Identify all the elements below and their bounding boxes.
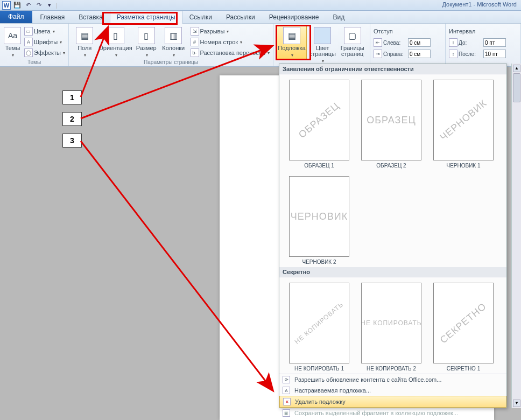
thumb-nocopy-2[interactable]: НЕ КОПИРОВАТЬНЕ КОПИРОВАТЬ 2	[359, 283, 424, 372]
quick-access-toolbar: W 💾 ↶ ↷ ▾ |	[2, 1, 58, 10]
space-before-icon: ↕	[449, 38, 457, 47]
indent-left-icon: ⇤	[374, 38, 382, 47]
orientation-icon: ▯	[107, 27, 124, 44]
space-after-input[interactable]	[483, 50, 506, 58]
scroll-down-icon[interactable]: ▼	[513, 400, 520, 407]
size-icon: ▯	[138, 27, 155, 44]
watermark-icon: ▤	[283, 27, 300, 44]
thumb-draft-1[interactable]: ЧЕРНОВИКЧЕРНОВИК 1	[431, 80, 496, 169]
space-after-icon: ↕	[449, 50, 457, 58]
window-title: Документ1 - Microsoft Word	[442, 1, 517, 8]
undo-icon[interactable]: ↶	[24, 1, 32, 10]
size-button[interactable]: ▯Размер▾	[134, 25, 159, 58]
font-icon: A	[24, 38, 33, 46]
tab-page-layout[interactable]: Разметка страницы	[110, 11, 182, 24]
page-color-icon	[314, 27, 331, 44]
breaks-button[interactable]: ⇲Разрывы▾	[191, 26, 270, 37]
tab-mailings[interactable]: Рассылки	[219, 11, 262, 23]
remove-icon: ✕	[283, 398, 291, 405]
group-page-setup-label: Параметры страницы	[72, 59, 270, 66]
gallery-office-update[interactable]: ⟳Разрешить обновление контента с сайта O…	[279, 374, 506, 385]
thumb-draft-2[interactable]: ЧЕРНОВИКЧЕРНОВИК 2	[287, 176, 351, 265]
annotation-1: 1	[62, 90, 82, 104]
gallery-thumbs-disclaimers: ОБРАЗЕЦОБРАЗЕЦ 1 ОБРАЗЕЦОБРАЗЕЦ 2 ЧЕРНОВ…	[279, 74, 506, 267]
themes-label: Темы	[5, 45, 20, 51]
theme-colors-button[interactable]: ▭Цвета▾	[24, 26, 65, 37]
margins-button[interactable]: ▤Поля▾	[72, 25, 97, 58]
line-numbers-icon: #	[191, 38, 199, 46]
orientation-button[interactable]: ▯Ориентация▾	[100, 25, 132, 58]
thumb-nocopy-1[interactable]: НЕ КОПИРОВАТЬНЕ КОПИРОВАТЬ 1	[287, 283, 351, 372]
annotation-2: 2	[62, 112, 82, 126]
hyphenation-icon: b-	[191, 48, 199, 57]
tab-file[interactable]: Файл	[0, 10, 32, 23]
tab-insert[interactable]: Вставка	[72, 11, 110, 23]
thumb-sample-1[interactable]: ОБРАЗЕЦОБРАЗЕЦ 1	[287, 80, 351, 169]
gallery-remove-watermark[interactable]: ✕Удалить подложку	[279, 396, 506, 408]
theme-effects-button[interactable]: ◯Эффекты▾	[24, 47, 65, 58]
breaks-icon: ⇲	[191, 27, 199, 36]
columns-button[interactable]: ▥Колонки▾	[161, 25, 186, 58]
word-app-icon[interactable]: W	[2, 1, 11, 10]
theme-fonts-button[interactable]: AШрифты▾	[24, 37, 65, 47]
spacing-header: Интервал	[449, 26, 506, 37]
watermark-button[interactable]: ▤Подложка▾	[277, 25, 307, 60]
tab-home[interactable]: Главная	[33, 11, 72, 23]
redo-icon[interactable]: ↷	[34, 1, 43, 10]
line-numbers-button[interactable]: #Номера строк▾	[191, 37, 270, 47]
annotation-3: 3	[62, 134, 82, 148]
gallery-custom-watermark[interactable]: AНастраиваемая подложка...	[279, 385, 506, 396]
columns-icon: ▥	[165, 27, 182, 44]
palette-icon: ▭	[24, 27, 33, 36]
thumb-sample-2[interactable]: ОБРАЗЕЦОБРАЗЕЦ 2	[359, 80, 424, 169]
gallery-scrollbar[interactable]: ▲ ▼	[511, 64, 521, 408]
scroll-up-icon[interactable]: ▲	[513, 65, 520, 72]
title-bar: W 💾 ↶ ↷ ▾ | Документ1 - Microsoft Word	[0, 0, 521, 11]
page-color-button[interactable]: Цвет страницы▾	[309, 25, 336, 64]
tab-view[interactable]: Вид	[326, 11, 351, 23]
group-themes-label: Темы	[3, 59, 65, 66]
save-selection-icon: ▣	[283, 409, 290, 417]
custom-icon: A	[283, 387, 290, 394]
watermark-gallery: Заявления об ограничении ответственности…	[279, 64, 507, 408]
indent-right-input[interactable]	[408, 50, 431, 58]
effects-icon: ◯	[24, 48, 33, 57]
gallery-section-confidential: Секретно	[279, 267, 506, 277]
qat-dropdown-icon[interactable]: ▾	[45, 1, 54, 10]
indent-right-icon: ⇥	[374, 50, 382, 58]
globe-icon: ⟳	[283, 376, 290, 383]
page-borders-icon: ▢	[344, 27, 361, 44]
hyphenation-button[interactable]: b-Расстановка переносов▾	[191, 47, 270, 58]
page-borders-button[interactable]: ▢Границы страниц	[339, 25, 367, 57]
indent-left-input[interactable]	[408, 38, 431, 47]
gallery-thumbs-confidential: НЕ КОПИРОВАТЬНЕ КОПИРОВАТЬ 1 НЕ КОПИРОВА…	[279, 277, 506, 374]
ribbon: Aa Темы ▾ ▭Цвета▾ AШрифты▾ ◯Эффекты▾ Тем…	[0, 24, 521, 67]
thumb-secret-1[interactable]: СЕКРЕТНОСЕКРЕТНО 1	[431, 283, 496, 372]
save-icon[interactable]: 💾	[13, 1, 22, 10]
scroll-thumb[interactable]	[513, 73, 520, 102]
indent-header: Отступ	[374, 26, 431, 37]
tab-review[interactable]: Рецензирование	[262, 11, 326, 23]
gallery-section-disclaimers: Заявления об ограничении ответственности	[279, 64, 506, 74]
tab-references[interactable]: Ссылки	[182, 11, 219, 23]
themes-button[interactable]: Aa Темы ▾	[3, 25, 22, 58]
ribbon-tab-strip: Файл Главная Вставка Разметка страницы С…	[0, 11, 521, 24]
gallery-save-selection: ▣Сохранить выделенный фрагмент в коллекц…	[279, 408, 506, 418]
margins-icon: ▤	[76, 27, 93, 44]
space-before-input[interactable]	[483, 38, 506, 47]
themes-icon: Aa	[4, 27, 21, 44]
gallery-footer: ⟳Разрешить обновление контента с сайта O…	[279, 374, 506, 418]
